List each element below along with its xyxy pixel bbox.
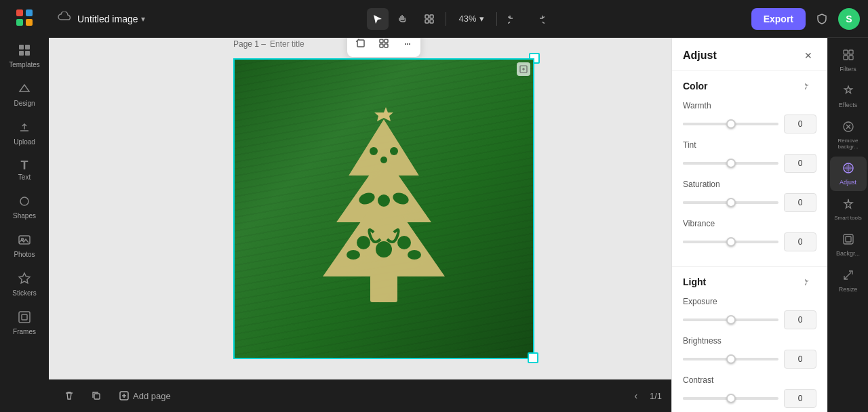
exposure-thumb[interactable] (726, 315, 736, 325)
saturation-value[interactable]: 0 (784, 193, 816, 212)
sidebar-item-photos[interactable]: Photos (4, 228, 45, 264)
shield-button[interactable] (811, 8, 833, 30)
contrast-control: 0 (683, 389, 816, 408)
svg-rect-51 (849, 56, 853, 60)
select-tool-button[interactable] (367, 8, 389, 30)
right-tool-effects[interactable]: Effects (830, 79, 867, 114)
saturation-track[interactable] (683, 201, 778, 204)
right-tool-background[interactable]: Backgr... (830, 228, 867, 262)
sidebar-item-stickers[interactable]: Stickers (4, 266, 45, 302)
smart-tools-label: Smart tools (834, 215, 861, 221)
light-section-title: Light (683, 276, 706, 287)
doc-title[interactable]: Untitled image ▾ (77, 14, 145, 24)
brightness-thumb[interactable] (726, 354, 736, 364)
top-bar-right: Export S (555, 8, 860, 30)
warmth-slider-row: Warmth 0 (683, 101, 816, 133)
delete-button[interactable] (60, 386, 79, 405)
floating-toolbar: ··· (347, 38, 420, 57)
brightness-value[interactable]: 0 (784, 350, 816, 369)
tint-slider-row: Tint 0 (683, 140, 816, 173)
svg-rect-20 (380, 39, 383, 43)
right-tool-resize[interactable]: Resize (830, 264, 867, 298)
hand-tool-button[interactable] (393, 8, 414, 30)
svg-point-30 (390, 147, 398, 155)
contrast-track[interactable] (683, 397, 778, 400)
right-tool-adjust[interactable]: Adjust (830, 157, 867, 191)
right-tool-remove-bg[interactable]: Remove backgr... (830, 115, 867, 155)
main-canvas: Page 1 – ··· (49, 38, 719, 379)
warmth-track[interactable] (683, 123, 778, 125)
right-tool-filters[interactable]: Filters (830, 43, 867, 78)
svg-rect-55 (844, 234, 853, 244)
canvas-top-icon[interactable] (517, 62, 530, 76)
tint-value[interactable]: 0 (784, 154, 816, 173)
svg-rect-48 (844, 50, 848, 54)
svg-rect-3 (26, 19, 33, 26)
svg-rect-12 (22, 314, 27, 320)
contrast-value[interactable]: 0 (784, 389, 816, 408)
templates-label: Templates (9, 61, 40, 68)
svg-point-31 (380, 157, 387, 163)
exposure-value[interactable]: 0 (784, 310, 816, 329)
tint-track[interactable] (683, 162, 778, 165)
undo-button[interactable] (502, 8, 524, 30)
right-tool-smart[interactable]: Smart tools (830, 192, 867, 226)
svg-rect-17 (357, 40, 364, 47)
layout-tool-button[interactable] (418, 8, 440, 30)
warmth-value[interactable]: 0 (784, 115, 816, 133)
upload-icon (18, 121, 31, 136)
contrast-label: Contrast (683, 375, 816, 385)
stickers-icon (18, 272, 31, 287)
svg-rect-21 (384, 39, 388, 43)
background-icon (842, 233, 854, 248)
page-title-input[interactable] (270, 39, 324, 49)
contrast-thumb[interactable] (726, 394, 736, 403)
zoom-selector[interactable]: 43% ▾ (452, 11, 490, 26)
bottom-bar: Add page ‹ 1/1 › (49, 379, 719, 412)
light-reset-button[interactable] (803, 275, 816, 289)
sidebar-item-shapes[interactable]: Shapes (4, 189, 45, 225)
warmth-thumb[interactable] (726, 119, 736, 129)
page-prev-button[interactable]: ‹ (628, 388, 644, 404)
user-avatar[interactable]: S (838, 8, 860, 30)
copy-button[interactable] (87, 386, 106, 405)
effects-label: Effects (839, 102, 857, 108)
color-reset-button[interactable] (803, 79, 816, 93)
more-options-button[interactable]: ··· (396, 38, 418, 54)
top-bar-center: 43% ▾ (367, 8, 549, 30)
sidebar-item-upload[interactable]: Upload (4, 115, 45, 151)
doc-title-chevron: ▾ (141, 14, 145, 24)
adjust-panel: Adjust ✕ Color Warmth 0 Tint (671, 38, 827, 412)
redo-button[interactable] (528, 8, 550, 30)
shapes-label: Shapes (13, 212, 36, 220)
background-label: Backgr... (836, 250, 860, 257)
canvas-image-wrapper[interactable] (233, 58, 534, 359)
sidebar-item-text[interactable]: T Text (4, 154, 45, 186)
add-page-button[interactable]: Add page (114, 388, 176, 404)
close-icon: ✕ (804, 50, 812, 61)
export-button[interactable]: Export (751, 8, 806, 30)
add-page-label: Add page (133, 391, 171, 401)
saturation-label: Saturation (683, 180, 816, 189)
vibrance-thumb[interactable] (726, 237, 736, 247)
sidebar-item-templates[interactable]: Templates (4, 38, 45, 74)
brightness-track[interactable] (683, 358, 778, 360)
svg-point-29 (370, 147, 378, 155)
svg-rect-4 (19, 45, 24, 49)
saturation-thumb[interactable] (726, 198, 736, 207)
vibrance-track[interactable] (683, 241, 778, 243)
cloud-icon (57, 12, 72, 26)
vibrance-value[interactable]: 0 (784, 232, 816, 251)
sidebar-item-design[interactable]: Design (4, 77, 45, 112)
panel-close-button[interactable]: ✕ (800, 47, 816, 64)
crop-button[interactable] (350, 38, 372, 54)
top-bar: Untitled image ▾ 43% ▾ Export S (49, 0, 868, 38)
vibrance-control: 0 (683, 232, 816, 251)
sidebar-item-frames[interactable]: Frames (4, 305, 45, 341)
tint-thumb[interactable] (726, 159, 736, 168)
app-logo[interactable] (12, 5, 37, 30)
adjust-label: Adjust (840, 179, 856, 186)
exposure-track[interactable] (683, 318, 778, 321)
layout-button[interactable] (373, 38, 395, 54)
resize-handle-br[interactable] (528, 352, 538, 363)
